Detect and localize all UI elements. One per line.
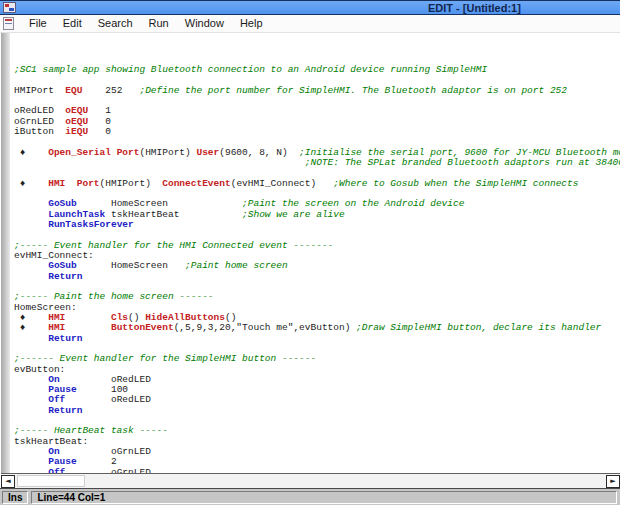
window-title: EDIT - [Untitled:1] (428, 1, 521, 15)
menu-bar: FileEditSearchRunWindowHelp (0, 15, 620, 33)
code-line: iButton iEQU 0 (14, 127, 620, 137)
code-line: Return (14, 272, 620, 282)
app-icon (3, 2, 16, 13)
scrollbar-track[interactable] (15, 475, 606, 488)
scroll-right-button[interactable]: ► (606, 475, 620, 488)
code-line: ;------ Event handler for the SimpleHMI … (14, 354, 620, 364)
menu-item-run[interactable]: Run (141, 15, 177, 32)
code-line: ♦ HMI ButtonEvent(,5,9,3,20,"Touch me",e… (14, 323, 620, 333)
code-line: RunTasksForever (14, 220, 620, 230)
menu-item-window[interactable]: Window (177, 15, 232, 32)
horizontal-scrollbar[interactable]: ◄ ► (1, 473, 620, 488)
menu-item-file[interactable]: File (21, 15, 55, 32)
code-line: Off oRedLED (14, 395, 620, 405)
code-line: Return (14, 334, 620, 344)
edit-window: EDIT - [Untitled:1] FileEditSearchRunWin… (0, 0, 620, 505)
code-line: ;----- HeartBeat task ----- (14, 426, 620, 436)
code-area[interactable]: ;SC1 sample app showing Bluetooth connec… (14, 34, 620, 473)
menu-item-help[interactable]: Help (232, 15, 271, 32)
cursor-position-indicator: Line=44 Col=1 (31, 491, 617, 504)
insert-mode-indicator: Ins (2, 491, 28, 504)
code-line: ;NOTE: The SPLat branded Bluetooth adapt… (14, 158, 620, 168)
document-icon[interactable] (3, 17, 14, 30)
code-line: Return (14, 406, 620, 416)
scroll-left-button[interactable]: ◄ (1, 475, 15, 488)
menu-item-edit[interactable]: Edit (55, 15, 90, 32)
code-line: ;----- Event handler for the HMI Connect… (14, 241, 620, 251)
editor-left-gutter (1, 33, 10, 474)
code-line: HMIPort EQU 252 ;Define the port number … (14, 86, 620, 96)
menu-item-search[interactable]: Search (90, 15, 141, 32)
code-line: ♦ HMI Port(HMIPort) ConnectEvent(evHMI_C… (14, 179, 620, 189)
code-line: ;----- Paint the home screen ------ (14, 292, 620, 302)
title-bar[interactable]: EDIT - [Untitled:1] (0, 0, 620, 15)
status-bar: Ins Line=44 Col=1 (0, 488, 620, 505)
code-line: GoSub HomeScreen ;Paint home screen (14, 261, 620, 271)
scrollbar-thumb[interactable] (17, 475, 85, 487)
code-line: ;SC1 sample app showing Bluetooth connec… (14, 65, 620, 75)
